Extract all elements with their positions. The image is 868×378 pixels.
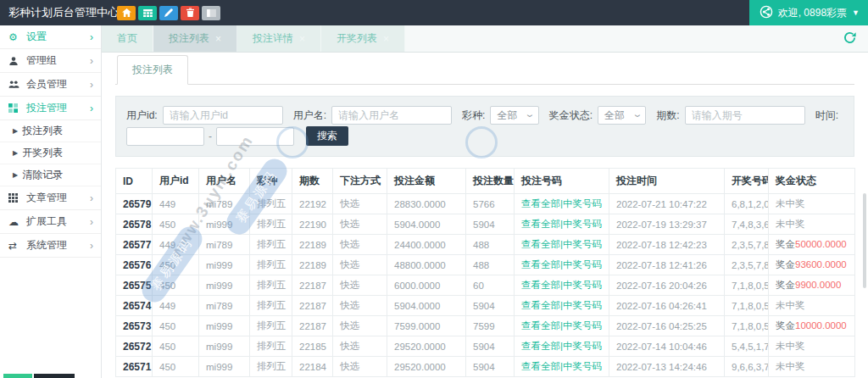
search-button[interactable]: 搜索: [306, 126, 348, 146]
caret-right-icon: ▶: [13, 127, 18, 135]
collapse-button[interactable]: [202, 6, 220, 20]
sidebar-item-settings[interactable]: ⚙设置›: [0, 25, 101, 49]
cell-username: mi999: [199, 336, 250, 357]
close-icon[interactable]: ×: [215, 33, 221, 45]
view-numbers-link[interactable]: 查看全部|中奖号码: [521, 280, 602, 290]
sidebar-subitem-bet-list[interactable]: ▶投注列表: [0, 120, 101, 142]
prize-status-select[interactable]: 全部›: [598, 106, 646, 125]
time-start-field[interactable]: [126, 127, 204, 146]
period-field[interactable]: [685, 106, 805, 125]
tab-label: 首页: [117, 31, 137, 46]
cell-draw-numbers: 7,4,8,3,6: [725, 214, 769, 235]
sidebar-item-system[interactable]: ⇄系统管理›: [0, 234, 101, 258]
close-icon[interactable]: ×: [299, 33, 305, 45]
tab-bet-list[interactable]: 投注列表×: [153, 25, 237, 52]
view-numbers-link[interactable]: 查看全部|中奖号码: [521, 219, 602, 229]
view-numbers-link[interactable]: 查看全部|中奖号码: [521, 300, 602, 310]
sidebar-subitem-clear-records[interactable]: ▶清除记录: [0, 164, 101, 186]
cell-bet-time: 2022-07-18 12:42:23: [609, 235, 725, 255]
cell-period: 22185: [292, 336, 333, 357]
cell-user-id: 450: [153, 214, 199, 235]
home-button[interactable]: [117, 6, 136, 20]
cell-user-id: 450: [153, 255, 199, 275]
column-header: 用户名: [199, 169, 250, 194]
user-id-field[interactable]: [163, 106, 283, 125]
modules-button[interactable]: [138, 6, 157, 20]
cell-lottery: 排列五: [250, 214, 292, 235]
prize-value: 50000.0000: [795, 239, 847, 249]
cell-username: mi999: [199, 316, 250, 336]
top-header: 彩种计划后台管理中心 欢迎, 0898彩票 ▼: [0, 0, 868, 25]
prize-prefix: 奖金: [776, 259, 795, 270]
tab-bet-detail[interactable]: 投注详情×: [237, 25, 321, 52]
close-icon[interactable]: ×: [383, 33, 389, 45]
cell-method: 快选: [333, 275, 387, 296]
cell-lottery: 排列五: [250, 336, 292, 357]
cell-numbers-link: 查看全部|中奖号码: [515, 316, 609, 336]
view-numbers-link[interactable]: 查看全部|中奖号码: [521, 361, 602, 371]
edit-button[interactable]: [159, 6, 178, 20]
cell-numbers-link: 查看全部|中奖号码: [515, 275, 609, 296]
table-row: 26572450mi999排列五22185快选29520.00005904查看全…: [116, 336, 855, 357]
tab-home[interactable]: 首页: [102, 25, 153, 52]
grid-icon: [143, 7, 153, 19]
cell-period: 22192: [292, 194, 333, 214]
cell-id: 26577: [116, 235, 153, 255]
table-row: 26578450mi999排列五22190快选5904.00005904查看全部…: [116, 214, 855, 235]
sidebar-item-articles[interactable]: 文章管理›: [0, 186, 101, 210]
cell-user-id: 450: [153, 336, 199, 357]
cell-user-id: 450: [153, 357, 199, 377]
cell-user-id: 449: [153, 296, 199, 316]
time-end-field[interactable]: [216, 127, 294, 146]
filter-panel: 用户id: 用户名: 彩种: 全部› 奖金状态: 全部› 期数: 时间: - 搜…: [115, 96, 854, 157]
user-menu[interactable]: 欢迎, 0898彩票 ▼: [749, 0, 868, 25]
view-numbers-link[interactable]: 查看全部|中奖号码: [521, 259, 602, 270]
cell-draw-numbers: 9,6,6,3,7: [725, 357, 769, 377]
filter-row-1: 用户id: 用户名: 彩种: 全部› 奖金状态: 全部› 期数: 时间:: [126, 106, 843, 125]
sidebar-item-label: 系统管理: [23, 238, 90, 253]
cell-prize-status: 未中奖: [769, 336, 855, 357]
view-numbers-link[interactable]: 查看全部|中奖号码: [521, 239, 602, 249]
cell-user-id: 450: [153, 316, 199, 336]
prize-value: 10000.0000: [795, 320, 847, 331]
cell-method: 快选: [333, 235, 387, 255]
globe-icon: [760, 5, 773, 21]
username-field[interactable]: [331, 106, 452, 125]
tab-draw-list[interactable]: 开奖列表×: [321, 25, 405, 52]
cloud-icon: ☁: [8, 217, 23, 227]
sidebar-item-members[interactable]: 会员管理›: [0, 73, 101, 97]
cell-lottery: 排列五: [250, 235, 292, 255]
table-row: 26579449mi789排列五22192快选28830.00005766查看全…: [116, 194, 855, 214]
sync-icon: ⇄: [8, 241, 23, 251]
app-title: 彩种计划后台管理中心: [0, 5, 112, 20]
panel-icon: [207, 7, 216, 19]
refresh-button[interactable]: [843, 31, 856, 47]
scrollbar[interactable]: [863, 193, 866, 288]
cell-period: 22187: [292, 316, 333, 336]
cell-id: 26575: [116, 275, 153, 296]
sidebar-subitem-draw-list[interactable]: ▶开奖列表: [0, 142, 101, 164]
column-header: 下注方式: [333, 169, 387, 194]
lottery-select[interactable]: 全部›: [490, 106, 538, 125]
sidebar-item-bet-management[interactable]: 投注管理›: [0, 97, 101, 120]
caret-right-icon: ▶: [13, 171, 18, 179]
cell-id: 26571: [116, 357, 153, 377]
view-numbers-link[interactable]: 查看全部|中奖号码: [521, 320, 602, 331]
view-numbers-link[interactable]: 查看全部|中奖号码: [521, 341, 602, 351]
cell-count: 488: [466, 235, 515, 255]
column-header: 投注金额: [387, 169, 466, 194]
cell-user-id: 449: [153, 194, 199, 214]
pencil-icon: [164, 7, 173, 19]
view-numbers-link[interactable]: 查看全部|中奖号码: [521, 198, 602, 208]
footer-dark-bar: [34, 374, 75, 378]
prize-value: 9900.0000: [795, 280, 841, 290]
panel-tab-bet-list[interactable]: 投注列表: [117, 55, 188, 85]
cell-prize-status: 奖金9900.0000: [769, 275, 855, 296]
cell-username: mi789: [199, 194, 250, 214]
delete-button[interactable]: [181, 6, 199, 20]
sidebar-item-tools[interactable]: ☁扩展工具›: [0, 210, 101, 234]
cell-bet-time: 2022-07-18 12:41:26: [609, 255, 725, 275]
cell-method: 快选: [333, 255, 387, 275]
sidebar-item-admin-group[interactable]: 管理组›: [0, 49, 101, 73]
panel-tab-row: 投注列表: [115, 58, 854, 85]
